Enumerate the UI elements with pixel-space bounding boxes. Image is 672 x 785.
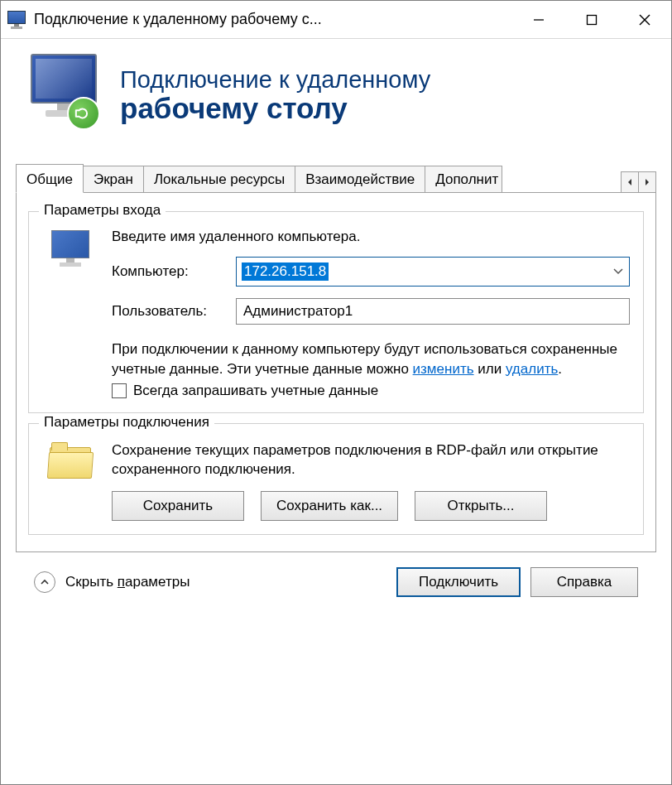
tab-strip: Общие Экран Локальные ресурсы Взаимодейс… — [16, 161, 656, 193]
chevron-right-icon — [644, 178, 650, 186]
group-login-title: Параметры входа — [39, 202, 166, 219]
chevron-left-icon — [626, 178, 633, 186]
close-icon — [638, 13, 651, 26]
chevron-up-icon — [40, 578, 50, 586]
save-button[interactable]: Сохранить — [112, 491, 244, 521]
maximize-icon — [586, 14, 598, 26]
minimize-icon — [533, 14, 545, 26]
link-change-credentials[interactable]: изменить — [413, 361, 474, 377]
always-prompt-label: Всегда запрашивать учетные данные — [133, 383, 378, 399]
close-button[interactable] — [618, 1, 671, 38]
svg-rect-1 — [588, 15, 597, 24]
tab-local-resources[interactable]: Локальные ресурсы — [143, 166, 295, 193]
user-label: Пользователь: — [112, 303, 236, 320]
group-connection: Параметры подключения Сохранение текущих… — [28, 423, 644, 536]
link-delete-credentials[interactable]: удалить — [506, 361, 558, 377]
chevron-down-icon — [612, 263, 624, 280]
header-banner: Подключение к удаленному рабочему столу — [1, 39, 671, 157]
user-field[interactable]: Администратор1 — [236, 298, 630, 325]
banner-icon — [24, 54, 107, 137]
tab-display[interactable]: Экран — [83, 166, 144, 193]
folder-icon — [48, 442, 94, 482]
login-instruction: Введите имя удаленного компьютера. — [112, 229, 630, 245]
tab-panel-general: Параметры входа Введите имя удаленного к… — [16, 193, 656, 552]
minimize-button[interactable] — [512, 1, 565, 38]
svg-marker-5 — [646, 179, 649, 185]
window-controls — [512, 1, 671, 38]
maximize-button[interactable] — [565, 1, 618, 38]
footer: Скрыть параметры Подключить Справка — [16, 552, 656, 615]
computer-value: 172.26.151.8 — [242, 262, 329, 281]
tab-scroll-left[interactable] — [621, 171, 639, 193]
app-icon — [7, 11, 26, 29]
help-button[interactable]: Справка — [530, 567, 638, 597]
group-connection-title: Параметры подключения — [39, 414, 214, 431]
rdp-window: Подключение к удаленному рабочему с... — [0, 0, 672, 785]
collapse-options-button[interactable] — [34, 571, 55, 593]
svg-marker-4 — [628, 179, 631, 185]
collapse-options-label[interactable]: Скрыть параметры — [65, 574, 190, 590]
rdp-badge-icon — [67, 97, 100, 130]
connect-button[interactable]: Подключить — [396, 567, 521, 597]
tab-scroll-right[interactable] — [638, 171, 656, 193]
computer-combobox[interactable]: 172.26.151.8 — [236, 257, 630, 287]
connection-description: Сохранение текущих параметров подключени… — [112, 441, 630, 480]
computer-icon — [48, 230, 94, 272]
tab-experience[interactable]: Взаимодействие — [295, 166, 425, 193]
computer-label: Компьютер: — [112, 263, 236, 280]
always-prompt-checkbox[interactable] — [112, 383, 127, 398]
user-value: Администратор1 — [243, 303, 353, 320]
titlebar: Подключение к удаленному рабочему с... — [1, 1, 671, 39]
tab-general[interactable]: Общие — [16, 164, 84, 193]
group-login: Параметры входа Введите имя удаленного к… — [28, 211, 644, 413]
banner-title-line2: рабочему столу — [120, 92, 430, 125]
open-button[interactable]: Открыть... — [415, 491, 547, 521]
credentials-info: При подключении к данному компьютеру буд… — [112, 340, 630, 379]
window-title: Подключение к удаленному рабочему с... — [34, 11, 322, 28]
save-as-button[interactable]: Сохранить как... — [261, 491, 398, 521]
tab-advanced[interactable]: Дополнит — [425, 166, 502, 193]
banner-title-line1: Подключение к удаленному — [120, 66, 430, 94]
